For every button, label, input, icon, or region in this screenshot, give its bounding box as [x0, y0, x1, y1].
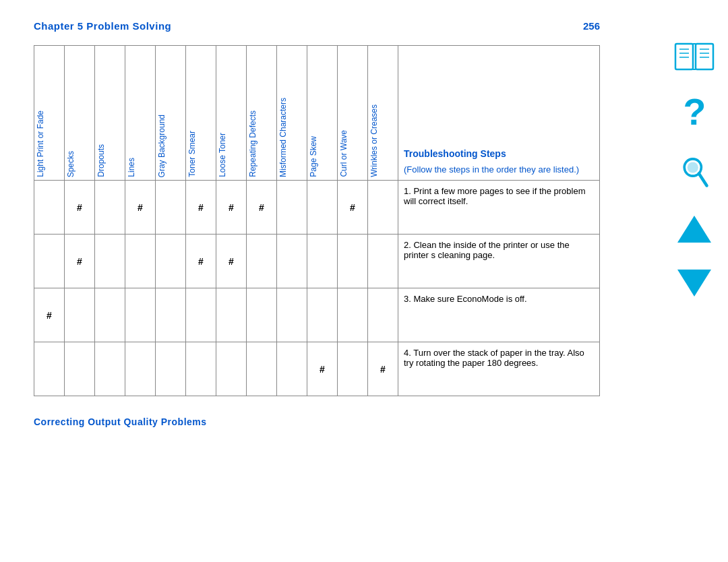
column-header-3: Lines	[125, 46, 156, 181]
data-cell-0-6: #	[216, 181, 247, 235]
column-header-6: Loose Toner	[216, 46, 247, 181]
data-cell-2-9	[307, 288, 338, 342]
data-cell-2-6	[216, 288, 247, 342]
data-cell-1-8	[277, 235, 307, 288]
column-header-10: Curl or Wave	[338, 46, 368, 181]
svg-rect-0	[675, 44, 693, 69]
table-row: ##4. Turn over the stack of paper in the…	[34, 342, 600, 396]
chapter-title: Chapter 5 Problem Solving	[34, 20, 171, 32]
column-header-text-10: Curl or Wave	[339, 130, 348, 177]
data-cell-3-9: #	[307, 342, 338, 396]
data-cell-3-0	[34, 342, 65, 396]
troubleshooting-subtitle: (Follow the steps in the order they are …	[404, 164, 594, 175]
data-cell-1-11	[368, 235, 398, 288]
column-header-text-9: Page Skew	[309, 136, 318, 177]
column-header-11: Wrinkles or Creases	[368, 46, 398, 181]
data-cell-2-1	[65, 288, 95, 342]
svg-point-12	[687, 162, 698, 173]
data-cell-0-11	[368, 181, 398, 235]
book-icon[interactable]	[674, 40, 715, 74]
data-cell-2-5	[186, 288, 216, 342]
data-cell-1-9	[307, 235, 338, 288]
column-header-0: Light Print or Fade	[34, 46, 65, 181]
mark-symbol: #	[229, 202, 234, 213]
troubleshooting-title: Troubleshooting Steps	[404, 148, 594, 159]
step-cell-3: 4. Turn over the stack of paper in the t…	[398, 342, 600, 396]
data-cell-1-10	[338, 235, 368, 288]
column-header-text-8: Misformed Characters	[278, 98, 288, 177]
column-header-4: Gray Background	[156, 46, 186, 181]
data-cell-3-10	[338, 342, 368, 396]
data-cell-0-4	[156, 181, 186, 235]
svg-rect-1	[696, 44, 713, 69]
troubleshooting-header-cell: Troubleshooting Steps (Follow the steps …	[398, 46, 600, 181]
data-cell-0-3: #	[125, 181, 156, 235]
data-cell-1-5: #	[186, 235, 216, 288]
data-cell-0-5: #	[186, 181, 216, 235]
svg-marker-14	[677, 216, 711, 243]
mark-symbol: #	[320, 364, 325, 375]
data-cell-3-11: #	[368, 342, 398, 396]
data-cell-0-9	[307, 181, 338, 235]
data-cell-3-3	[125, 342, 156, 396]
column-header-text-0: Light Print or Fade	[36, 111, 45, 177]
column-header-8: Misformed Characters	[277, 46, 307, 181]
data-cell-2-0: #	[34, 288, 65, 342]
data-cell-3-2	[95, 342, 125, 396]
question-mark-icon[interactable]: ?	[679, 94, 710, 135]
page-container: Chapter 5 Problem Solving 256 Light Prin…	[0, 0, 634, 562]
table-row: ######1. Print a few more pages to see i…	[34, 181, 600, 235]
data-cell-1-3	[125, 235, 156, 288]
data-cell-1-7	[247, 235, 277, 288]
mark-symbol: #	[350, 202, 355, 213]
data-cell-1-2	[95, 235, 125, 288]
data-cell-0-10: #	[338, 181, 368, 235]
data-cell-0-7: #	[247, 181, 277, 235]
column-header-text-1: Specks	[66, 151, 75, 177]
data-cell-0-0	[34, 181, 65, 235]
data-cell-0-8	[277, 181, 307, 235]
mark-symbol: #	[138, 202, 143, 213]
column-header-text-5: Toner Smear	[187, 131, 197, 177]
column-header-text-6: Loose Toner	[218, 133, 227, 177]
data-cell-3-5	[186, 342, 216, 396]
data-cell-2-8	[277, 288, 307, 342]
column-header-7: Repeating Defects	[247, 46, 277, 181]
column-header-text-7: Repeating Defects	[248, 111, 257, 177]
mark-symbol: #	[380, 364, 386, 375]
data-cell-1-0	[34, 235, 65, 288]
page-number: 256	[583, 20, 600, 32]
mark-symbol: #	[77, 256, 82, 267]
step-cell-2: 3. Make sure EconoMode is off.	[398, 288, 600, 342]
magnifier-icon[interactable]	[679, 155, 710, 192]
data-cell-2-10	[338, 288, 368, 342]
main-table-wrapper: Light Print or FadeSpecksDropoutsLinesGr…	[34, 45, 600, 396]
data-cell-3-7	[247, 342, 277, 396]
column-header-1: Specks	[65, 46, 95, 181]
column-header-text-3: Lines	[127, 158, 136, 177]
data-cell-0-1: #	[65, 181, 95, 235]
data-cell-1-4	[156, 235, 186, 288]
arrow-down-icon[interactable]	[677, 266, 711, 300]
svg-text:?: ?	[683, 94, 706, 133]
data-cell-2-2	[95, 288, 125, 342]
arrow-up-icon[interactable]	[677, 212, 711, 246]
data-cell-1-6: #	[216, 235, 247, 288]
data-cell-3-6	[216, 342, 247, 396]
column-header-5: Toner Smear	[186, 46, 216, 181]
mark-symbol: #	[77, 202, 82, 213]
sidebar-icons: ?	[674, 40, 715, 300]
data-cell-2-3	[125, 288, 156, 342]
mark-symbol: #	[47, 310, 52, 321]
step-cell-1: 2. Clean the inside of the printer or us…	[398, 235, 600, 288]
mark-symbol: #	[198, 202, 204, 213]
data-cell-3-4	[156, 342, 186, 396]
data-cell-2-7	[247, 288, 277, 342]
footer-text: Correcting Output Quality Problems	[34, 416, 600, 427]
data-cell-2-11	[368, 288, 398, 342]
step-cell-0: 1. Print a few more pages to see if the …	[398, 181, 600, 235]
data-cell-0-2	[95, 181, 125, 235]
data-cell-3-1	[65, 342, 95, 396]
svg-marker-15	[677, 270, 711, 296]
column-header-9: Page Skew	[307, 46, 338, 181]
